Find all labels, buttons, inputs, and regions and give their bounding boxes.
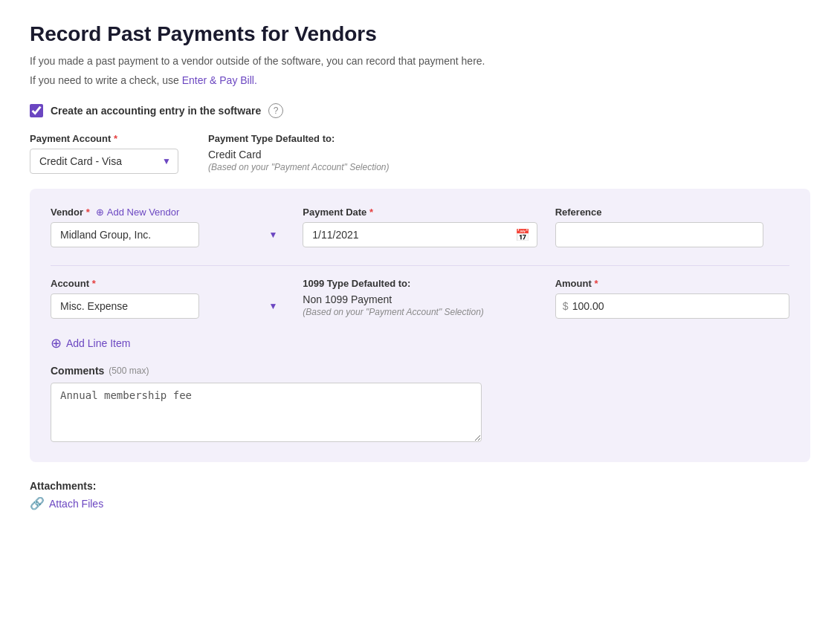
vendor-field: Vendor * ⊕ Add New Vendor Midland Group,… [51, 207, 285, 247]
add-line-item-label: Add Line Item [66, 337, 130, 349]
comments-section: Comments (500 max) Annual membership fee [51, 365, 789, 444]
amount-input[interactable] [555, 293, 789, 319]
enter-pay-bill-link[interactable]: Enter & Pay Bill. [182, 74, 257, 86]
reference-label: Reference [555, 207, 789, 218]
payment-date-wrapper: 📅 [303, 222, 537, 247]
payment-date-field: Payment Date * 📅 [303, 207, 537, 247]
attachments-label: Attachments: [30, 480, 810, 492]
payment-date-input[interactable] [303, 222, 537, 247]
attachments-section: Attachments: 🔗 Attach Files [30, 480, 810, 510]
payment-type-field: Payment Type Defaulted to: Credit Card (… [208, 133, 390, 172]
vendor-label-row: Vendor * ⊕ Add New Vendor [51, 207, 285, 218]
card-row-2: Account * Misc. Expense Office Supplies … [51, 278, 789, 319]
add-vendor-plus-icon: ⊕ [96, 207, 104, 218]
payment-type-info: Credit Card (Based on your "Payment Acco… [208, 149, 390, 172]
payment-account-section: Payment Account * Credit Card - Visa Che… [30, 133, 810, 174]
reference-input[interactable] [555, 222, 763, 247]
1099-type-field: 1099 Type Defaulted to: Non 1099 Payment… [303, 278, 537, 319]
accounting-entry-checkbox[interactable] [30, 104, 43, 117]
account-select[interactable]: Misc. Expense Office Supplies Utilities [51, 293, 199, 319]
amount-label: Amount * [555, 278, 789, 289]
dollar-sign: $ [563, 300, 569, 312]
vendor-select[interactable]: Midland Group, Inc. ABC Supplies XYZ Cor… [51, 222, 199, 247]
payment-account-label: Payment Account * [30, 133, 178, 144]
page-title: Record Past Payments for Vendors [30, 22, 810, 46]
payment-account-select-wrapper: Credit Card - Visa Checking Savings ▼ [30, 149, 178, 174]
payment-type-label: Payment Type Defaulted to: [208, 133, 390, 144]
card-section: Vendor * ⊕ Add New Vendor Midland Group,… [30, 189, 810, 462]
account-field: Account * Misc. Expense Office Supplies … [51, 278, 285, 319]
amount-wrapper: $ [555, 293, 789, 319]
comments-textarea[interactable]: Annual membership fee [51, 383, 482, 442]
vendor-select-wrapper: Midland Group, Inc. ABC Supplies XYZ Cor… [51, 222, 285, 247]
attach-icon: 🔗 [30, 496, 45, 510]
account-select-wrapper: Misc. Expense Office Supplies Utilities … [51, 293, 285, 319]
add-new-vendor-link[interactable]: ⊕ Add New Vendor [96, 207, 180, 218]
accounting-entry-row: Create an accounting entry in the softwa… [30, 103, 810, 118]
1099-type-name: Non 1099 Payment [303, 293, 537, 305]
attach-files-link[interactable]: 🔗 Attach Files [30, 496, 810, 510]
account-dropdown-arrow: ▼ [268, 301, 277, 311]
account-label: Account * [51, 278, 285, 289]
vendor-dropdown-arrow: ▼ [268, 230, 277, 240]
1099-type-info: Non 1099 Payment (Based on your "Payment… [303, 293, 537, 317]
1099-type-sub: (Based on your "Payment Account" Selecti… [303, 307, 537, 317]
accounting-entry-label: Create an accounting entry in the softwa… [51, 105, 261, 117]
comments-max-label: (500 max) [109, 366, 149, 376]
reference-field: Reference [555, 207, 789, 247]
card-row-1: Vendor * ⊕ Add New Vendor Midland Group,… [51, 207, 789, 247]
1099-type-label: 1099 Type Defaulted to: [303, 278, 537, 289]
add-line-item-button[interactable]: ⊕ Add Line Item [51, 337, 130, 350]
payment-type-name: Credit Card [208, 149, 390, 160]
help-icon[interactable]: ? [268, 103, 283, 118]
attach-files-label: Attach Files [49, 498, 103, 510]
subtitle-1: If you made a past payment to a vendor o… [30, 53, 810, 69]
payment-date-label: Payment Date * [303, 207, 537, 218]
subtitle-2: If you need to write a check, use Enter … [30, 73, 810, 88]
divider [51, 265, 789, 266]
vendor-label: Vendor * [51, 207, 90, 218]
amount-field: Amount * $ [555, 278, 789, 319]
add-line-item-icon: ⊕ [51, 337, 62, 350]
payment-type-sub: (Based on your "Payment Account" Selecti… [208, 162, 390, 172]
payment-account-select[interactable]: Credit Card - Visa Checking Savings [30, 149, 178, 174]
comments-label-row: Comments (500 max) [51, 365, 789, 377]
payment-account-field: Payment Account * Credit Card - Visa Che… [30, 133, 178, 174]
